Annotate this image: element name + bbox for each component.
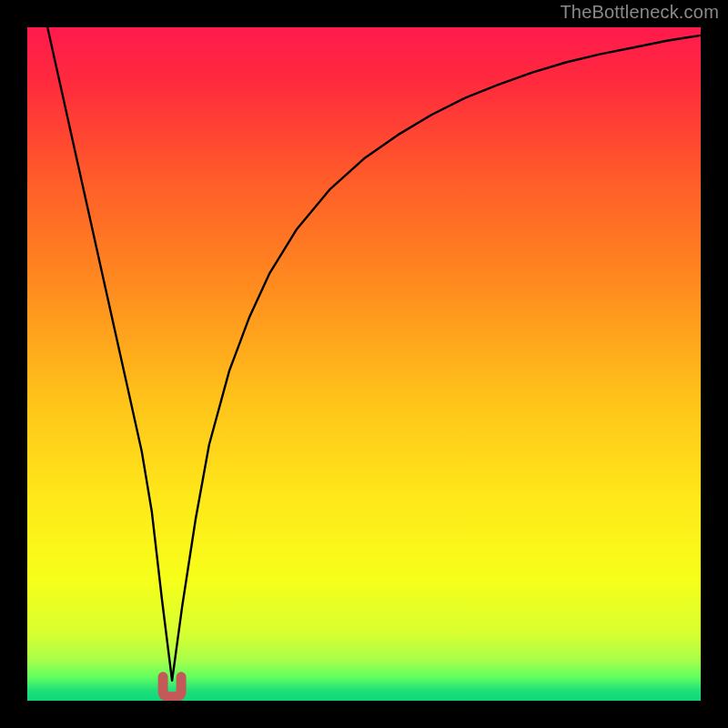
- gradient-background: [27, 27, 701, 701]
- watermark-text: TheBottleneck.com: [560, 2, 719, 23]
- plot-area: [27, 27, 701, 701]
- chart-svg: [27, 27, 701, 701]
- chart-frame: TheBottleneck.com: [0, 0, 728, 728]
